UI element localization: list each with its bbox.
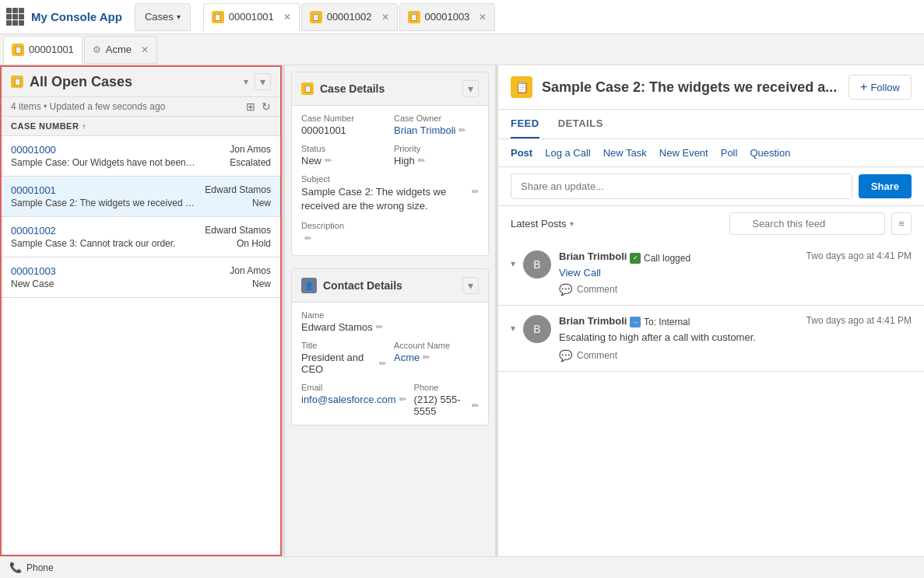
action-poll[interactable]: Poll xyxy=(721,147,738,159)
priority-label: Priority xyxy=(394,144,479,153)
case-details-collapse[interactable]: ▾ xyxy=(462,80,479,97)
field-status: Status New ✏ xyxy=(301,144,386,166)
email-link[interactable]: info@salesforce.com xyxy=(301,394,396,405)
contact-name-edit[interactable]: ✏ xyxy=(376,322,383,332)
search-feed-wrapper: 🔍 xyxy=(729,212,885,235)
case-owner-2: Edward Stamos xyxy=(205,225,271,236)
field-priority: Priority High ✏ xyxy=(394,144,479,166)
right-panel: 📋 Sample Case 2: The widgets we received… xyxy=(498,65,924,556)
list-pin-icon[interactable]: ▾ xyxy=(255,73,271,90)
case-owner-value: Brian Trimboli ✏ xyxy=(394,124,479,136)
badge-text-0: Call logged xyxy=(644,253,690,264)
post-item-1: ▾ B Brian Trimboli → To: Internal Two da… xyxy=(498,306,924,373)
email-edit[interactable]: ✏ xyxy=(399,394,406,405)
left-panel: 📋 All Open Cases ▾ ▾ 4 items • Updated a… xyxy=(0,65,282,556)
sort-arrow[interactable]: ↑ xyxy=(82,122,86,131)
case-owner-1: Edward Stamos xyxy=(205,184,271,196)
case-icon-1: 📋 xyxy=(212,11,224,23)
action-post[interactable]: Post xyxy=(511,147,532,159)
case-number-1[interactable]: 00001001 xyxy=(11,184,56,196)
left-panel-header: 📋 All Open Cases ▾ ▾ xyxy=(2,67,280,97)
comment-bubble-1: 💬 xyxy=(559,349,572,362)
close-tab-1[interactable]: ✕ xyxy=(283,12,291,23)
badge-icon-0: ✓ xyxy=(630,253,641,264)
phone-edit[interactable]: ✏ xyxy=(472,401,479,411)
case-number-value: 00001001 xyxy=(301,124,386,136)
case-item-3[interactable]: 00001003 Jon Amos New Case New xyxy=(2,257,280,298)
case-details-header: 📋 Case Details ▾ xyxy=(292,72,488,106)
contact-title-label: Title xyxy=(301,341,386,350)
list-view-switcher[interactable]: ⊞ xyxy=(246,100,255,113)
top-sub-tab-2[interactable]: 📋 00001002 ✕ xyxy=(301,3,398,31)
list-title-dropdown[interactable]: ▾ xyxy=(244,76,248,87)
contact-details-card: 👤 Contact Details ▾ Name Edward Stamos ✏… xyxy=(291,268,489,426)
action-new-event[interactable]: New Event xyxy=(659,147,708,159)
action-question[interactable]: Question xyxy=(750,147,790,159)
case-owner-edit[interactable]: ✏ xyxy=(458,125,466,135)
case-subject-2: Sample Case 3: Cannot track our order. xyxy=(11,238,198,249)
share-button[interactable]: Share xyxy=(859,174,912,198)
post-comment-0[interactable]: 💬 Comment xyxy=(559,283,912,296)
case-number-0[interactable]: 00001000 xyxy=(11,144,56,156)
tab-feed[interactable]: FEED xyxy=(511,110,539,138)
nav-tab-cases[interactable]: Cases ▾ xyxy=(135,3,191,31)
account-name-edit[interactable]: ✏ xyxy=(423,352,430,363)
top-sub-tab-3[interactable]: 📋 00001003 ✕ xyxy=(399,3,496,31)
feed-filter-button[interactable]: ≡ xyxy=(891,212,912,235)
subject-edit[interactable]: ✏ xyxy=(472,187,479,197)
description-edit[interactable]: ✏ xyxy=(304,233,311,243)
account-name-value: Acme ✏ xyxy=(394,352,479,363)
close-acme-tab[interactable]: ✕ xyxy=(141,44,149,55)
status-edit[interactable]: ✏ xyxy=(325,156,332,166)
contact-details-collapse[interactable]: ▾ xyxy=(462,277,479,294)
middle-panel: 📋 Case Details ▾ Case Number 00001001 Ca… xyxy=(285,65,495,556)
top-sub-tab-1[interactable]: 📋 00001001 ✕ xyxy=(203,3,300,31)
email-value: info@salesforce.com ✏ xyxy=(301,394,406,405)
priority-edit[interactable]: ✏ xyxy=(418,156,425,166)
app-launcher-icon[interactable] xyxy=(6,8,25,26)
close-tab-2[interactable]: ✕ xyxy=(381,12,389,23)
post-header-0: Brian Trimboli ✓ Call logged Two days ag… xyxy=(559,250,912,264)
follow-button[interactable]: + Follow xyxy=(848,75,912,100)
search-feed-input[interactable] xyxy=(729,212,885,235)
account-name-link[interactable]: Acme xyxy=(394,352,420,363)
case-subject-3: New Case xyxy=(11,278,198,289)
action-new-task[interactable]: New Task xyxy=(603,147,647,159)
contact-details-body: Name Edward Stamos ✏ Title President and… xyxy=(292,303,488,425)
sub-tab-case-001[interactable]: 📋 00001001 xyxy=(3,36,83,64)
contact-title-value: President and CEO ✏ xyxy=(301,352,386,375)
post-link-0[interactable]: View Call xyxy=(559,267,912,278)
case-icon-2: 📋 xyxy=(310,11,322,23)
post-comment-1[interactable]: 💬 Comment xyxy=(559,349,912,362)
post-content-0: Brian Trimboli ✓ Call logged Two days ag… xyxy=(559,250,912,296)
case-icon-detail: 📋 xyxy=(12,44,24,56)
field-phone: Phone (212) 555-5555 ✏ xyxy=(414,383,479,417)
list-refresh[interactable]: ↻ xyxy=(262,100,271,113)
post-collapse-0[interactable]: ▾ xyxy=(511,258,515,296)
close-tab-3[interactable]: ✕ xyxy=(479,12,487,23)
badge-icon-1: → xyxy=(630,317,641,328)
tab-details[interactable]: DETAILS xyxy=(558,110,603,138)
case-number-2[interactable]: 00001002 xyxy=(11,225,56,236)
contact-title-edit[interactable]: ✏ xyxy=(379,359,386,369)
post-author-1: Brian Trimboli xyxy=(559,315,627,327)
phone-icon: 📞 xyxy=(9,562,22,573)
contact-details-header: 👤 Contact Details ▾ xyxy=(292,269,488,303)
case-item-2[interactable]: 00001002 Edward Stamos Sample Case 3: Ca… xyxy=(2,217,280,257)
latest-posts-dropdown[interactable]: ▾ xyxy=(570,219,574,228)
case-item-0[interactable]: 00001000 Jon Amos Sample Case: Our Widge… xyxy=(2,136,280,177)
phone-label: Phone xyxy=(26,562,54,573)
post-author-0: Brian Trimboli xyxy=(559,250,627,262)
case-number-3[interactable]: 00001003 xyxy=(11,265,56,277)
contact-name-label: Name xyxy=(301,310,479,320)
case-details-card: 📋 Case Details ▾ Case Number 00001001 Ca… xyxy=(291,72,489,256)
field-group-status-priority: Status New ✏ Priority High ✏ xyxy=(301,144,479,166)
feed-tabs: FEED DETAILS xyxy=(498,110,924,139)
case-owner-link[interactable]: Brian Trimboli xyxy=(394,124,455,136)
field-description: Description ✏ xyxy=(301,221,479,247)
action-log-call[interactable]: Log a Call xyxy=(545,147,591,159)
share-input[interactable] xyxy=(511,173,852,199)
post-collapse-1[interactable]: ▾ xyxy=(511,323,515,363)
case-item-1[interactable]: 00001001 Edward Stamos Sample Case 2: Th… xyxy=(2,177,280,217)
sub-tab-acme[interactable]: ⚙ Acme ✕ xyxy=(84,36,157,64)
